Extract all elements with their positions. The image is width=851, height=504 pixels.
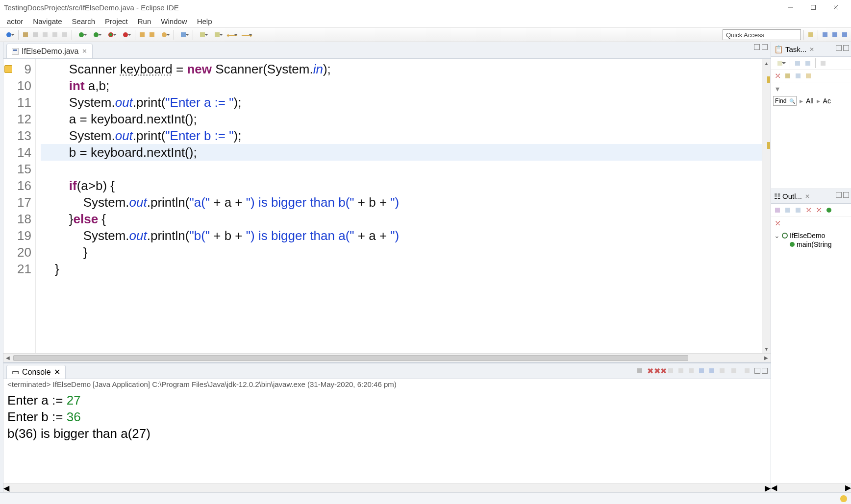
outline-item[interactable]: main(String — [774, 240, 848, 249]
task-link-button[interactable] — [783, 72, 792, 80]
console-minimize-icon[interactable] — [754, 368, 760, 374]
close-task-view-icon[interactable]: ✕ — [809, 46, 814, 53]
outline-hide-fields-button[interactable] — [794, 206, 802, 215]
svg-rect-1 — [811, 5, 816, 10]
outline-horizontal-scrollbar[interactable]: ◀ ▶ — [771, 483, 851, 492]
quick-access-field[interactable]: Quick Access — [723, 29, 801, 40]
editor-vertical-scrollbar[interactable]: ▲ ▼ — [762, 59, 771, 353]
outline-view-icon: ☷ — [774, 192, 780, 201]
console-open-console-button[interactable] — [728, 366, 740, 375]
task-new-button[interactable] — [773, 59, 787, 68]
task-focus-button[interactable]: ⤫ — [773, 72, 782, 80]
outline-tree[interactable]: ⌄IfElseDemomain(String — [771, 229, 851, 483]
console-terminate-button[interactable] — [635, 366, 644, 375]
code-editor[interactable]: 9101112131415161718192021 Scanner keyboa… — [3, 59, 771, 353]
coverage-button[interactable] — [104, 30, 118, 39]
new-button[interactable] — [2, 30, 16, 39]
run-button[interactable] — [89, 30, 103, 39]
open-perspective-button[interactable] — [806, 30, 815, 39]
task-presentation-button[interactable] — [804, 72, 813, 80]
outline-hide-static-button[interactable]: ⤫ — [804, 206, 813, 215]
outline-hide-nonpublic-button[interactable]: ⤫ — [814, 206, 823, 215]
editor-horizontal-scrollbar[interactable]: ◀ ▶ — [3, 353, 771, 362]
outline-min-icon[interactable] — [836, 192, 842, 198]
console-process-info: <terminated> IfElseDemo [Java Applicatio… — [3, 379, 771, 391]
task-filter-active[interactable]: Ac — [823, 97, 831, 105]
debug-button[interactable] — [75, 30, 88, 39]
horizontal-scroll-thumb[interactable] — [13, 355, 688, 361]
console-tab[interactable]: ▭ Console ✕ — [6, 365, 66, 379]
java-perspective-button[interactable] — [821, 30, 829, 39]
open-type-button[interactable] — [157, 30, 171, 39]
main-toolbar: ⟵ ⟶ Quick Access — [0, 27, 851, 42]
console-remove-button[interactable]: ✖ — [646, 366, 654, 375]
back-button[interactable]: ⟵ — [225, 30, 239, 39]
outline-focus-button[interactable] — [773, 206, 782, 215]
editor-tab-ifelsedemo[interactable]: IfElseDemo.java ✕ — [6, 44, 93, 58]
forward-button[interactable]: ⟶ — [240, 30, 253, 39]
console-output[interactable]: Enter a := 27Enter b := 36b(36) is bigge… — [3, 391, 771, 483]
console-word-wrap-button[interactable] — [687, 366, 696, 375]
build-button[interactable] — [60, 30, 69, 39]
close-outline-view-icon[interactable]: ✕ — [805, 193, 810, 200]
console-new-console-button[interactable] — [741, 366, 753, 375]
console-show-console-button[interactable] — [697, 366, 706, 375]
outline-sort-button[interactable] — [783, 206, 792, 215]
new-package-button[interactable] — [138, 30, 147, 39]
editor-minimize-icon[interactable] — [754, 44, 760, 50]
outline-item[interactable]: ⌄IfElseDemo — [774, 231, 848, 240]
window-maximize-button[interactable] — [802, 0, 825, 15]
task-hide-button[interactable] — [794, 72, 802, 80]
task-view-title: Task... — [785, 45, 806, 53]
outline-link-button[interactable]: ⤫ — [773, 218, 782, 227]
window-minimize-button[interactable] — [779, 0, 802, 15]
menu-navigate[interactable]: Navigate — [28, 16, 67, 26]
overview-marker — [767, 142, 770, 149]
task-max-icon[interactable] — [843, 45, 849, 51]
task-min-icon[interactable] — [836, 45, 842, 51]
code-area[interactable]: Scanner keyboard = new Scanner(System.in… — [36, 59, 762, 353]
task-categorize-button[interactable] — [793, 59, 802, 68]
menu-run[interactable]: Run — [133, 16, 156, 26]
task-synchronize-button[interactable] — [803, 59, 812, 68]
task-menu-button[interactable]: ▾ — [773, 84, 782, 93]
search-tool-button[interactable] — [176, 30, 190, 39]
new-class-button[interactable] — [148, 30, 156, 39]
save-all-button[interactable] — [31, 30, 40, 39]
task-collapse-button[interactable] — [819, 59, 827, 68]
window-titlebar: TestingDocsProject/src/IfElseDemo.java -… — [0, 0, 851, 15]
resource-perspective-button[interactable] — [840, 30, 849, 39]
save-button[interactable] — [21, 30, 30, 39]
task-find-field[interactable]: Find — [773, 96, 797, 106]
console-remove-all-button[interactable]: ✖✖ — [656, 366, 665, 375]
tip-bulb-icon[interactable] — [840, 495, 847, 502]
close-console-icon[interactable]: ✕ — [54, 367, 60, 377]
task-view-toolbar — [771, 57, 851, 70]
console-scroll-lock-button[interactable] — [676, 366, 685, 375]
window-close-button[interactable] — [825, 0, 847, 15]
editor-maximize-icon[interactable] — [762, 44, 768, 50]
console-clear-button[interactable] — [666, 366, 675, 375]
menu-search[interactable]: Search — [67, 16, 100, 26]
task-view-toolbar-2: ⤫ — [771, 70, 851, 82]
prev-annotation-button[interactable] — [210, 30, 224, 39]
menu-window[interactable]: Window — [156, 16, 192, 26]
outline-hide-local-button[interactable] — [825, 206, 833, 215]
menu-help[interactable]: Help — [192, 16, 217, 26]
print-button[interactable] — [50, 30, 59, 39]
toggle-block-button[interactable] — [41, 30, 50, 39]
console-horizontal-scrollbar[interactable]: ◀▶ — [3, 483, 771, 492]
external-tools-button[interactable] — [119, 30, 132, 39]
overview-marker — [767, 76, 770, 83]
outline-max-icon[interactable] — [843, 192, 849, 198]
next-annotation-button[interactable] — [196, 30, 209, 39]
java-file-icon — [12, 48, 19, 55]
debug-perspective-button[interactable] — [830, 30, 839, 39]
task-filter-all[interactable]: All — [806, 97, 814, 105]
console-maximize-icon[interactable] — [762, 368, 768, 374]
menu-refactor[interactable]: actor — [2, 16, 28, 26]
close-tab-icon[interactable]: ✕ — [82, 48, 87, 55]
console-display-button[interactable] — [718, 366, 726, 375]
menu-project[interactable]: Project — [100, 16, 133, 26]
console-pin-button[interactable] — [707, 366, 716, 375]
